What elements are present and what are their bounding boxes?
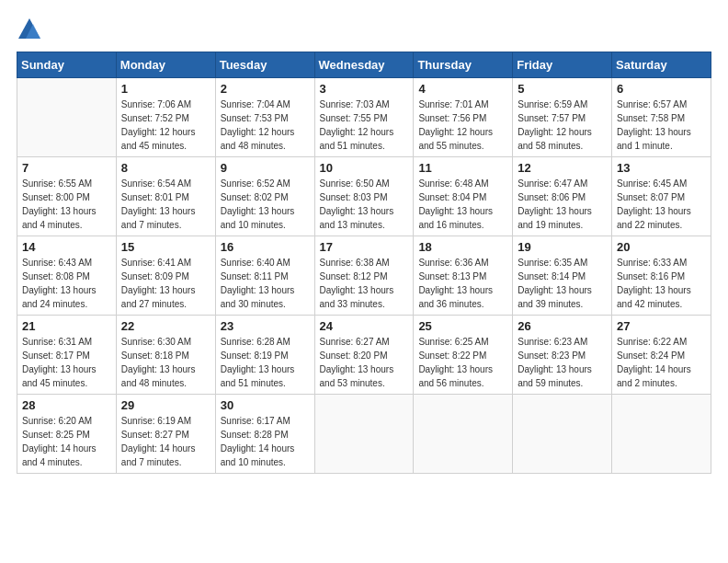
calendar-cell (414, 395, 513, 474)
day-number: 20 (617, 240, 706, 254)
weekday-header-thursday: Thursday (414, 52, 513, 78)
calendar-cell: 14Sunrise: 6:43 AM Sunset: 8:08 PM Dayli… (17, 236, 117, 316)
day-info: Sunrise: 6:57 AM Sunset: 7:58 PM Dayligh… (617, 98, 706, 153)
day-number: 12 (518, 161, 607, 175)
day-info: Sunrise: 6:50 AM Sunset: 8:03 PM Dayligh… (320, 177, 409, 232)
calendar-cell: 6Sunrise: 6:57 AM Sunset: 7:58 PM Daylig… (612, 78, 711, 157)
day-info: Sunrise: 6:43 AM Sunset: 8:08 PM Dayligh… (22, 256, 111, 311)
day-number: 26 (518, 319, 607, 333)
day-info: Sunrise: 6:25 AM Sunset: 8:22 PM Dayligh… (418, 335, 507, 390)
day-number: 18 (418, 240, 507, 254)
day-info: Sunrise: 6:17 AM Sunset: 8:28 PM Dayligh… (221, 414, 310, 469)
day-number: 14 (22, 240, 111, 254)
day-number: 13 (617, 161, 706, 175)
calendar-cell: 25Sunrise: 6:25 AM Sunset: 8:22 PM Dayli… (414, 316, 513, 395)
day-info: Sunrise: 7:06 AM Sunset: 7:52 PM Dayligh… (121, 98, 210, 153)
calendar-cell: 28Sunrise: 6:20 AM Sunset: 8:25 PM Dayli… (17, 395, 117, 474)
weekday-header-sunday: Sunday (17, 52, 117, 78)
weekday-header-wednesday: Wednesday (314, 52, 414, 78)
calendar-week-row: 21Sunrise: 6:31 AM Sunset: 8:17 PM Dayli… (17, 316, 711, 395)
weekday-header-tuesday: Tuesday (215, 52, 314, 78)
day-number: 8 (121, 161, 210, 175)
day-info: Sunrise: 6:40 AM Sunset: 8:11 PM Dayligh… (221, 256, 310, 311)
calendar-week-row: 14Sunrise: 6:43 AM Sunset: 8:08 PM Dayli… (17, 236, 711, 316)
day-info: Sunrise: 6:23 AM Sunset: 8:23 PM Dayligh… (518, 335, 607, 390)
calendar-table: SundayMondayTuesdayWednesdayThursdayFrid… (17, 52, 711, 474)
day-number: 22 (121, 319, 210, 333)
day-number: 6 (617, 82, 706, 96)
calendar-cell: 1Sunrise: 7:06 AM Sunset: 7:52 PM Daylig… (116, 78, 215, 157)
calendar-cell: 12Sunrise: 6:47 AM Sunset: 8:06 PM Dayli… (513, 157, 612, 236)
day-number: 5 (518, 82, 607, 96)
weekday-header-friday: Friday (513, 52, 612, 78)
calendar-cell (17, 78, 117, 157)
day-number: 15 (121, 240, 210, 254)
calendar-cell: 19Sunrise: 6:35 AM Sunset: 8:14 PM Dayli… (513, 236, 612, 316)
calendar-cell: 23Sunrise: 6:28 AM Sunset: 8:19 PM Dayli… (215, 316, 314, 395)
calendar-cell: 17Sunrise: 6:38 AM Sunset: 8:12 PM Dayli… (314, 236, 414, 316)
calendar-cell: 7Sunrise: 6:55 AM Sunset: 8:00 PM Daylig… (17, 157, 117, 236)
day-number: 11 (418, 161, 507, 175)
calendar-cell: 24Sunrise: 6:27 AM Sunset: 8:20 PM Dayli… (314, 316, 414, 395)
day-info: Sunrise: 6:28 AM Sunset: 8:19 PM Dayligh… (221, 335, 310, 390)
calendar-cell: 21Sunrise: 6:31 AM Sunset: 8:17 PM Dayli… (17, 316, 117, 395)
calendar-week-row: 7Sunrise: 6:55 AM Sunset: 8:00 PM Daylig… (17, 157, 711, 236)
calendar-week-row: 1Sunrise: 7:06 AM Sunset: 7:52 PM Daylig… (17, 78, 711, 157)
calendar-cell: 20Sunrise: 6:33 AM Sunset: 8:16 PM Dayli… (612, 236, 711, 316)
day-number: 19 (518, 240, 607, 254)
day-number: 9 (221, 161, 310, 175)
day-number: 23 (221, 319, 310, 333)
calendar-week-row: 28Sunrise: 6:20 AM Sunset: 8:25 PM Dayli… (17, 395, 711, 474)
calendar-cell: 9Sunrise: 6:52 AM Sunset: 8:02 PM Daylig… (215, 157, 314, 236)
calendar-cell (513, 395, 612, 474)
day-number: 7 (22, 161, 111, 175)
day-info: Sunrise: 6:27 AM Sunset: 8:20 PM Dayligh… (320, 335, 409, 390)
day-info: Sunrise: 6:47 AM Sunset: 8:06 PM Dayligh… (518, 177, 607, 232)
calendar-cell: 30Sunrise: 6:17 AM Sunset: 8:28 PM Dayli… (215, 395, 314, 474)
calendar-cell: 16Sunrise: 6:40 AM Sunset: 8:11 PM Dayli… (215, 236, 314, 316)
calendar-body: 1Sunrise: 7:06 AM Sunset: 7:52 PM Daylig… (17, 78, 711, 474)
day-info: Sunrise: 6:30 AM Sunset: 8:18 PM Dayligh… (121, 335, 210, 390)
day-number: 24 (320, 319, 409, 333)
day-info: Sunrise: 6:20 AM Sunset: 8:25 PM Dayligh… (22, 414, 111, 469)
day-number: 1 (121, 82, 210, 96)
calendar-cell: 11Sunrise: 6:48 AM Sunset: 8:04 PM Dayli… (414, 157, 513, 236)
day-number: 21 (22, 319, 111, 333)
weekday-header-row: SundayMondayTuesdayWednesdayThursdayFrid… (17, 52, 711, 78)
day-info: Sunrise: 7:03 AM Sunset: 7:55 PM Dayligh… (320, 98, 409, 153)
day-info: Sunrise: 6:41 AM Sunset: 8:09 PM Dayligh… (121, 256, 210, 311)
day-number: 10 (320, 161, 409, 175)
day-info: Sunrise: 7:04 AM Sunset: 7:53 PM Dayligh… (221, 98, 310, 153)
day-info: Sunrise: 6:54 AM Sunset: 8:01 PM Dayligh… (121, 177, 210, 232)
day-number: 17 (320, 240, 409, 254)
calendar-cell: 3Sunrise: 7:03 AM Sunset: 7:55 PM Daylig… (314, 78, 414, 157)
day-info: Sunrise: 6:55 AM Sunset: 8:00 PM Dayligh… (22, 177, 111, 232)
day-info: Sunrise: 6:52 AM Sunset: 8:02 PM Dayligh… (221, 177, 310, 232)
page: SundayMondayTuesdayWednesdayThursdayFrid… (0, 0, 728, 563)
calendar-cell: 13Sunrise: 6:45 AM Sunset: 8:07 PM Dayli… (612, 157, 711, 236)
day-info: Sunrise: 6:35 AM Sunset: 8:14 PM Dayligh… (518, 256, 607, 311)
weekday-header-saturday: Saturday (612, 52, 711, 78)
day-info: Sunrise: 6:19 AM Sunset: 8:27 PM Dayligh… (121, 414, 210, 469)
day-info: Sunrise: 6:22 AM Sunset: 8:24 PM Dayligh… (617, 335, 706, 390)
weekday-header-monday: Monday (116, 52, 215, 78)
day-number: 28 (22, 398, 111, 412)
calendar-cell: 2Sunrise: 7:04 AM Sunset: 7:53 PM Daylig… (215, 78, 314, 157)
day-number: 25 (418, 319, 507, 333)
day-number: 4 (418, 82, 507, 96)
day-info: Sunrise: 6:45 AM Sunset: 8:07 PM Dayligh… (617, 177, 706, 232)
calendar-cell (314, 395, 414, 474)
day-number: 2 (221, 82, 310, 96)
calendar-cell: 27Sunrise: 6:22 AM Sunset: 8:24 PM Dayli… (612, 316, 711, 395)
day-number: 29 (121, 398, 210, 412)
header (17, 17, 711, 42)
day-info: Sunrise: 6:59 AM Sunset: 7:57 PM Dayligh… (518, 98, 607, 153)
day-info: Sunrise: 7:01 AM Sunset: 7:56 PM Dayligh… (418, 98, 507, 153)
day-info: Sunrise: 6:33 AM Sunset: 8:16 PM Dayligh… (617, 256, 706, 311)
logo-icon (17, 17, 42, 42)
calendar-cell: 22Sunrise: 6:30 AM Sunset: 8:18 PM Dayli… (116, 316, 215, 395)
calendar-cell: 4Sunrise: 7:01 AM Sunset: 7:56 PM Daylig… (414, 78, 513, 157)
logo (17, 17, 46, 42)
calendar-cell: 26Sunrise: 6:23 AM Sunset: 8:23 PM Dayli… (513, 316, 612, 395)
day-info: Sunrise: 6:36 AM Sunset: 8:13 PM Dayligh… (418, 256, 507, 311)
